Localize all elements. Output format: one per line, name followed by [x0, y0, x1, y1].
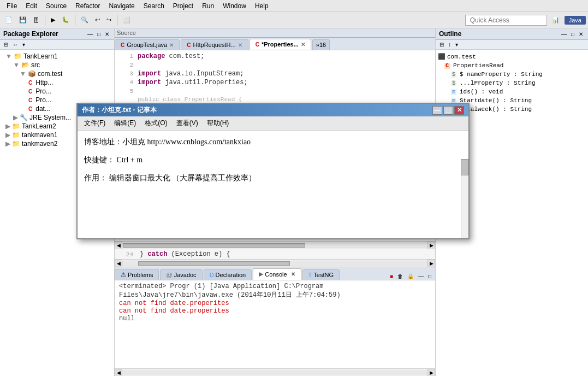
minimize-bottom-btn[interactable]: —	[417, 273, 425, 280]
tree-label-src: src	[31, 61, 40, 69]
clear-console-btn[interactable]: 🗑	[396, 273, 405, 280]
tree-item-http[interactable]: C Http...	[0, 78, 114, 87]
tab-console[interactable]: ▶ Console ✕	[253, 268, 301, 280]
javadoc-icon: @	[166, 272, 172, 278]
tab-properties-close[interactable]: ✕	[301, 42, 305, 48]
outline-collapse-btn[interactable]: ⊟	[438, 41, 446, 48]
collapse-all-btn[interactable]: ⊟	[2, 41, 10, 48]
tab-testng[interactable]: T TestNG	[302, 269, 340, 280]
quick-access-input[interactable]	[465, 15, 547, 26]
menu-window[interactable]: Window	[218, 1, 251, 11]
stop-console-btn[interactable]: ■	[388, 273, 395, 280]
outline-item-ids[interactable]: m ids() : void	[438, 87, 586, 96]
new-button[interactable]: 📄	[2, 15, 15, 25]
tab-problems[interactable]: ⚠ Problems	[115, 269, 159, 280]
maximize-btn[interactable]: ⬜	[120, 15, 133, 25]
perspective-btn[interactable]: 📊	[549, 15, 562, 25]
save-all-button[interactable]: 🗄	[31, 15, 42, 25]
tree-item-pro1[interactable]: C Pro...	[0, 87, 114, 96]
link-editor-btn[interactable]: ↔	[11, 41, 20, 48]
menu-edit[interactable]: Edit	[21, 1, 41, 11]
outline-item-comtest[interactable]: ⬛ com.test	[438, 52, 586, 61]
menu-project[interactable]: Project	[169, 1, 198, 11]
tab-declaration[interactable]: D Declaration	[204, 269, 252, 280]
outline-menu-btn[interactable]: ▾	[454, 41, 460, 48]
menu-refactor[interactable]: Refactor	[71, 1, 104, 11]
scroll-lock-btn[interactable]: 🔒	[406, 273, 415, 280]
bottom-hscroll-track[interactable]	[122, 370, 427, 375]
hscroll-track[interactable]	[122, 243, 427, 248]
tab-httprequest-icon: C	[187, 42, 191, 48]
tab-properties[interactable]: C *Properties... ✕	[250, 39, 311, 50]
hscroll2-track[interactable]	[122, 261, 427, 266]
tab-grouptest[interactable]: C GroupTest.java ✕	[115, 39, 180, 50]
tree-label-http: Http...	[35, 79, 53, 86]
outline-minimize-btn[interactable]: —	[560, 31, 568, 38]
ref-btn[interactable]: ↩	[92, 15, 103, 25]
notepad-text-area[interactable]: 博客地址：小坦克 http://www.cnblogs.com/tankxiao…	[78, 131, 468, 238]
outline-lproperty-label: ...lProperty : String	[460, 80, 536, 86]
tree-item-comtest[interactable]: ▼ 📦 com.test	[0, 69, 114, 78]
notepad-close-btn[interactable]: ✕	[454, 106, 464, 115]
search-btn[interactable]: 🔍	[78, 15, 91, 25]
tree-item-src[interactable]: ▼ 📂 src	[0, 61, 114, 69]
outline-header: Outline — □ ✕	[436, 28, 588, 40]
tab-grouptest-close[interactable]: ✕	[169, 42, 174, 48]
notepad-menu-view[interactable]: 查看(V)	[172, 118, 203, 129]
notepad-window[interactable]: 作者：小坦克.txt - 记事本 — □ ✕ 文件(F) 编辑(E) 格式(O)…	[76, 103, 470, 239]
notepad-menu-format[interactable]: 格式(O)	[140, 118, 171, 129]
console-close-icon[interactable]: ✕	[291, 271, 295, 277]
notepad-vscroll-thumb[interactable]	[461, 159, 468, 175]
bottom-hscroll[interactable]: ◀ ▶	[115, 368, 435, 376]
outline-item-propertiesread[interactable]: C PropertiesRead	[438, 61, 586, 70]
package-explorer-toolbar: ⊟ ↔ ▾	[0, 40, 114, 50]
bottom-hscroll-right[interactable]: ▶	[427, 369, 435, 377]
menu-navigate[interactable]: Navigate	[104, 1, 139, 11]
close-panel-btn[interactable]: ✕	[103, 31, 111, 38]
console-error-line1: can not find date.properites	[119, 299, 431, 307]
outline-item-lproperty[interactable]: $ ...lProperty : String	[438, 79, 586, 87]
menu-search[interactable]: Search	[139, 1, 169, 11]
notepad-menu-file[interactable]: 文件(F)	[80, 118, 110, 129]
outline-item-nameproperty[interactable]: $ $ nameProperty : String	[438, 70, 586, 79]
hscroll-right-btn[interactable]: ▶	[427, 242, 435, 249]
outline-sort-btn[interactable]: ↕	[447, 41, 453, 48]
tab-overflow[interactable]: »16	[312, 39, 330, 50]
notepad-minimize-btn[interactable]: —	[432, 106, 442, 115]
notepad-maximize-btn[interactable]: □	[443, 106, 453, 115]
expand-icon-tankmaven2: ▶	[5, 140, 10, 148]
run-button[interactable]: ▶	[48, 15, 58, 25]
maximize-bottom-btn[interactable]: □	[426, 273, 433, 280]
notepad-vscroll[interactable]	[461, 159, 468, 238]
editor-hscroll2[interactable]: ◀ ▶	[115, 259, 435, 267]
outline-maximize-btn[interactable]: □	[569, 31, 576, 38]
class-icon-dat: C	[28, 106, 32, 112]
save-button[interactable]: 💾	[16, 15, 29, 25]
editor-hscroll[interactable]: ◀ ▶	[115, 241, 435, 249]
tab-httprequest[interactable]: C HttpRequestH... ✕	[181, 39, 248, 50]
console-output[interactable]: <terminated> Progr (1) [Java Application…	[115, 280, 435, 368]
fwd-btn[interactable]: ↪	[104, 15, 114, 25]
hscroll2-right-btn[interactable]: ▶	[427, 260, 435, 267]
package-icon-comtest: 📦	[28, 70, 36, 78]
menu-file[interactable]: File	[2, 1, 21, 11]
debug-button[interactable]: 🐛	[59, 15, 72, 25]
minimize-panel-btn[interactable]: —	[86, 31, 94, 38]
outline-close-btn[interactable]: ✕	[577, 31, 585, 38]
menu-help[interactable]: Help	[251, 1, 273, 11]
tab-httprequest-close[interactable]: ✕	[238, 42, 242, 48]
notepad-menu-help[interactable]: 帮助(H)	[203, 118, 234, 129]
hscroll-thumb[interactable]	[123, 243, 305, 248]
bottom-hscroll-left[interactable]: ◀	[115, 369, 122, 377]
notepad-menu-edit[interactable]: 编辑(E)	[110, 118, 140, 129]
view-menu-btn[interactable]: ▾	[21, 41, 27, 48]
hscroll2-thumb[interactable]	[138, 261, 290, 266]
menu-source[interactable]: Source	[41, 1, 71, 11]
hscroll2-left-btn[interactable]: ◀	[115, 260, 122, 267]
hscroll-left-btn[interactable]: ◀	[115, 242, 122, 249]
source-tab-label[interactable]: Source	[117, 30, 136, 36]
menu-run[interactable]: Run	[198, 1, 218, 11]
tab-javadoc[interactable]: @ Javadoc	[160, 269, 202, 280]
maximize-panel-btn[interactable]: □	[96, 31, 102, 38]
tree-item-tanklearn1[interactable]: ▼ 📁 TankLearn1	[0, 52, 114, 61]
